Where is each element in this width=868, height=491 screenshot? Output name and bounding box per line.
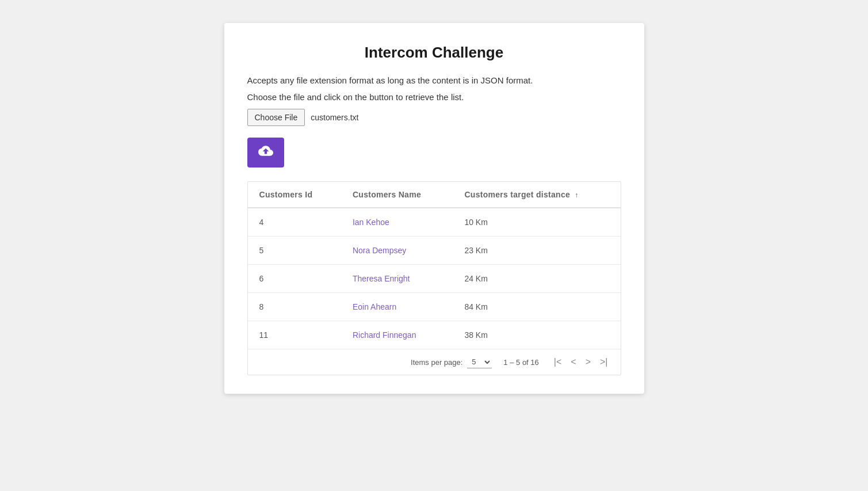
first-page-button[interactable]: |< bbox=[550, 355, 565, 369]
page-title: Intercom Challenge bbox=[247, 44, 621, 62]
cell-id: 6 bbox=[248, 265, 341, 293]
cell-distance: 24 Km bbox=[453, 265, 620, 293]
table-row: 5Nora Dempsey23 Km bbox=[248, 237, 621, 265]
upload-icon bbox=[258, 143, 273, 162]
cell-id: 4 bbox=[248, 208, 341, 237]
cell-name: Theresa Enright bbox=[341, 265, 453, 293]
items-per-page-label: Items per page: bbox=[411, 358, 462, 367]
pagination-controls: |< < > >| bbox=[550, 355, 611, 369]
cell-id: 11 bbox=[248, 321, 341, 349]
main-card: Intercom Challenge Accepts any file exte… bbox=[224, 23, 644, 394]
cell-distance: 38 Km bbox=[453, 321, 620, 349]
page-info: 1 – 5 of 16 bbox=[503, 358, 538, 367]
pagination-row: Items per page: 5 10 25 1 – 5 of 16 |< <… bbox=[248, 349, 621, 375]
sort-icon: ↑ bbox=[575, 191, 578, 199]
table-row: 11Richard Finnegan38 Km bbox=[248, 321, 621, 349]
table-row: 4Ian Kehoe10 Km bbox=[248, 208, 621, 237]
table-row: 6Theresa Enright24 Km bbox=[248, 265, 621, 293]
last-page-button[interactable]: >| bbox=[596, 355, 611, 369]
cell-id: 8 bbox=[248, 293, 341, 321]
description-1: Accepts any file extension format as lon… bbox=[247, 75, 621, 85]
items-per-page-control: Items per page: 5 10 25 bbox=[411, 356, 492, 368]
table-header-row: Customers Id Customers Name Customers ta… bbox=[248, 182, 621, 208]
cell-distance: 84 Km bbox=[453, 293, 620, 321]
file-name-label: customers.txt bbox=[311, 113, 358, 122]
col-header-name: Customers Name bbox=[341, 182, 453, 208]
data-table-container: Customers Id Customers Name Customers ta… bbox=[247, 181, 621, 375]
cell-name: Ian Kehoe bbox=[341, 208, 453, 237]
choose-file-button[interactable]: Choose File bbox=[247, 109, 305, 126]
items-per-page-select[interactable]: 5 10 25 bbox=[467, 356, 492, 368]
col-header-id: Customers Id bbox=[248, 182, 341, 208]
cell-id: 5 bbox=[248, 237, 341, 265]
description-2: Choose the file and click on the button … bbox=[247, 92, 621, 102]
cell-distance: 23 Km bbox=[453, 237, 620, 265]
table-body: 4Ian Kehoe10 Km5Nora Dempsey23 Km6Theres… bbox=[248, 208, 621, 349]
file-input-row: Choose File customers.txt bbox=[247, 109, 621, 126]
table-row: 8Eoin Ahearn84 Km bbox=[248, 293, 621, 321]
next-page-button[interactable]: > bbox=[582, 355, 594, 369]
customers-table: Customers Id Customers Name Customers ta… bbox=[248, 182, 621, 349]
prev-page-button[interactable]: < bbox=[567, 355, 579, 369]
cell-distance: 10 Km bbox=[453, 208, 620, 237]
upload-button[interactable] bbox=[247, 138, 284, 168]
cell-name: Eoin Ahearn bbox=[341, 293, 453, 321]
col-header-distance[interactable]: Customers target distance ↑ bbox=[453, 182, 620, 208]
cell-name: Nora Dempsey bbox=[341, 237, 453, 265]
cell-name: Richard Finnegan bbox=[341, 321, 453, 349]
